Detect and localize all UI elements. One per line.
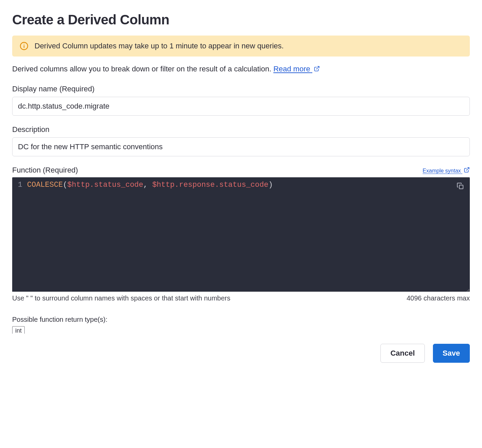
display-name-label: Display name (Required)	[12, 85, 470, 93]
code-line: 1 COALESCE($http.status_code, $http.resp…	[12, 180, 470, 190]
read-more-link[interactable]: Read more	[273, 65, 320, 73]
token-comma: ,	[143, 181, 152, 189]
svg-point-2	[24, 44, 24, 45]
svg-line-4	[466, 167, 469, 170]
code-content: COALESCE($http.status_code, $http.respon…	[27, 181, 273, 189]
svg-line-7	[467, 291, 469, 292]
token-variable: $http.status_code	[67, 181, 143, 189]
cancel-button[interactable]: Cancel	[380, 344, 424, 363]
dialog-footer: Cancel Save	[12, 344, 470, 363]
line-number: 1	[16, 181, 22, 189]
external-link-icon	[464, 167, 470, 174]
token-variable: $http.response.status_code	[152, 181, 268, 189]
example-syntax-label: Example syntax	[423, 168, 461, 174]
external-link-icon	[314, 65, 320, 74]
return-types-label: Possible function return type(s):	[12, 316, 470, 323]
read-more-label: Read more	[273, 65, 310, 73]
return-types-section: Possible function return type(s): int	[12, 316, 470, 334]
display-name-input[interactable]	[12, 97, 470, 116]
svg-line-3	[316, 66, 319, 69]
function-code-editor[interactable]: 1 COALESCE($http.status_code, $http.resp…	[12, 177, 470, 292]
svg-line-6	[466, 289, 469, 292]
intro-text-body: Derived columns allow you to break down …	[12, 65, 273, 73]
info-banner: Derived Column updates may take up to 1 …	[12, 36, 470, 57]
display-name-field-group: Display name (Required)	[12, 85, 470, 116]
resize-handle-icon[interactable]	[465, 287, 469, 291]
description-field-group: Description	[12, 125, 470, 156]
function-label: Function (Required)	[12, 166, 78, 175]
example-syntax-link[interactable]: Example syntax	[423, 167, 470, 174]
save-button[interactable]: Save	[433, 344, 470, 363]
copy-button[interactable]	[455, 181, 466, 192]
function-hint-left: Use " " to surround column names with sp…	[12, 294, 230, 302]
token-paren: )	[268, 181, 273, 189]
return-type-badge: int	[12, 326, 25, 334]
intro-text: Derived columns allow you to break down …	[12, 65, 470, 74]
page-title: Create a Derived Column	[12, 12, 470, 27]
token-paren: (	[63, 181, 67, 189]
function-field-group: Function (Required) Example syntax 1 COA…	[12, 166, 470, 302]
description-input[interactable]	[12, 137, 470, 156]
token-function: COALESCE	[27, 181, 63, 189]
svg-rect-5	[459, 185, 463, 189]
function-hint-right: 4096 characters max	[407, 294, 470, 302]
info-banner-message: Derived Column updates may take up to 1 …	[35, 42, 284, 50]
description-label: Description	[12, 125, 470, 134]
info-icon	[20, 42, 28, 50]
